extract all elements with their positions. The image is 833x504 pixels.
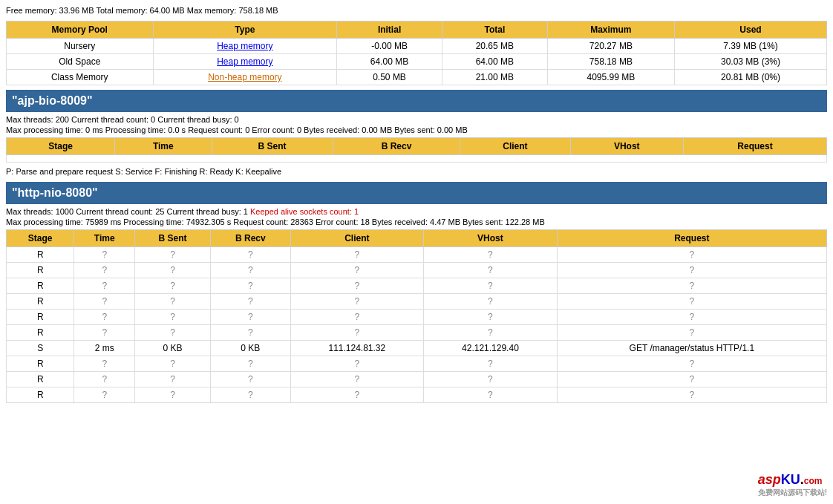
http-vhost-cell: ? bbox=[424, 356, 558, 372]
http-bsent-cell: ? bbox=[135, 356, 211, 372]
http-time-cell: ? bbox=[74, 278, 135, 294]
maximum-header: Maximum bbox=[547, 22, 674, 39]
http-bsent-cell: ? bbox=[135, 294, 211, 310]
http-stage-cell: R bbox=[7, 372, 74, 387]
http-table-row: S2 ms0 KB0 KB111.124.81.3242.121.129.40G… bbox=[7, 341, 827, 356]
ajp-brecv-header: B Recv bbox=[333, 138, 460, 155]
ajp-request-header: Request bbox=[683, 138, 826, 155]
memory-total-cell: 21.00 MB bbox=[442, 70, 547, 85]
memory-table-row: NurseryHeap memory-0.00 MB20.65 MB720.27… bbox=[7, 39, 827, 54]
type-header: Type bbox=[153, 22, 337, 39]
memory-maximum-cell: 720.27 MB bbox=[547, 39, 674, 54]
memory-type-cell[interactable]: Non-heap memory bbox=[153, 70, 337, 85]
http-info1-prefix: Max threads: 1000 Current thread count: … bbox=[6, 207, 250, 216]
memory-initial-cell: 64.00 MB bbox=[337, 54, 442, 70]
http-client-cell: ? bbox=[290, 372, 424, 387]
http-time-cell: ? bbox=[74, 247, 135, 263]
http-request-cell: ? bbox=[557, 372, 826, 387]
http-client-cell: ? bbox=[290, 325, 424, 341]
memory-maximum-cell: 4095.99 MB bbox=[547, 70, 674, 85]
memory-used-cell: 7.39 MB (1%) bbox=[674, 39, 826, 54]
http-bsent-cell: ? bbox=[135, 310, 211, 325]
http-info2: Max processing time: 75989 ms Processing… bbox=[6, 217, 827, 226]
http-time-cell: ? bbox=[74, 310, 135, 325]
http-request-cell: ? bbox=[557, 356, 826, 372]
http-time-cell: 2 ms bbox=[74, 341, 135, 356]
http-brecv-cell: ? bbox=[211, 387, 290, 403]
ajp-vhost-header: VHost bbox=[570, 138, 683, 155]
memory-type-cell[interactable]: Heap memory bbox=[153, 54, 337, 70]
http-bsent-header: B Sent bbox=[135, 230, 211, 247]
http-table-row: R?????? bbox=[7, 247, 827, 263]
http-vhost-header: VHost bbox=[424, 230, 558, 247]
http-client-cell: ? bbox=[290, 356, 424, 372]
memory-pool-cell: Old Space bbox=[7, 54, 154, 70]
ajp-time-header: Time bbox=[115, 138, 212, 155]
http-bsent-cell: ? bbox=[135, 263, 211, 278]
http-client-cell: 111.124.81.32 bbox=[290, 341, 424, 356]
initial-header: Initial bbox=[337, 22, 442, 39]
http-request-cell: ? bbox=[557, 278, 826, 294]
total-header: Total bbox=[442, 22, 547, 39]
http-client-cell: ? bbox=[290, 294, 424, 310]
http-time-cell: ? bbox=[74, 294, 135, 310]
http-request-cell: ? bbox=[557, 263, 826, 278]
http-client-cell: ? bbox=[290, 263, 424, 278]
http-time-cell: ? bbox=[74, 372, 135, 387]
http-stage-cell: R bbox=[7, 294, 74, 310]
http-stage-cell: R bbox=[7, 356, 74, 372]
http-bsent-cell: 0 KB bbox=[135, 341, 211, 356]
ajp-bsent-header: B Sent bbox=[212, 138, 333, 155]
used-header: Used bbox=[674, 22, 826, 39]
http-bsent-cell: ? bbox=[135, 278, 211, 294]
memory-pool-header: Memory Pool bbox=[7, 22, 154, 39]
http-vhost-cell: ? bbox=[424, 278, 558, 294]
http-section-header: "http-nio-8080" bbox=[6, 182, 827, 204]
http-stage-cell: R bbox=[7, 325, 74, 341]
memory-total-cell: 64.00 MB bbox=[442, 54, 547, 70]
http-info-block: Max threads: 1000 Current thread count: … bbox=[6, 207, 827, 226]
memory-type-cell[interactable]: Heap memory bbox=[153, 39, 337, 54]
http-bsent-cell: ? bbox=[135, 325, 211, 341]
http-brecv-cell: 0 KB bbox=[211, 341, 290, 356]
http-brecv-cell: ? bbox=[211, 263, 290, 278]
http-stage-cell: R bbox=[7, 310, 74, 325]
http-request-header: Request bbox=[557, 230, 826, 247]
http-time-cell: ? bbox=[74, 263, 135, 278]
http-table-row: R?????? bbox=[7, 325, 827, 341]
ajp-legend: P: Parse and prepare request S: Service … bbox=[6, 167, 827, 176]
http-client-header: Client bbox=[290, 230, 424, 247]
ajp-section-header: "ajp-bio-8009" bbox=[6, 90, 827, 112]
http-time-cell: ? bbox=[74, 325, 135, 341]
http-table-row: R?????? bbox=[7, 372, 827, 387]
http-stage-cell: R bbox=[7, 387, 74, 403]
memory-pool-cell: Nursery bbox=[7, 39, 154, 54]
http-bsent-cell: ? bbox=[135, 387, 211, 403]
http-brecv-cell: ? bbox=[211, 356, 290, 372]
http-stage-cell: R bbox=[7, 278, 74, 294]
http-vhost-cell: ? bbox=[424, 247, 558, 263]
http-client-cell: ? bbox=[290, 310, 424, 325]
http-brecv-cell: ? bbox=[211, 247, 290, 263]
http-table-row: R?????? bbox=[7, 310, 827, 325]
http-table-row: R?????? bbox=[7, 294, 827, 310]
http-vhost-cell: 42.121.129.40 bbox=[424, 341, 558, 356]
http-table-row: R?????? bbox=[7, 356, 827, 372]
ajp-stage-header: Stage bbox=[7, 138, 115, 155]
http-request-cell: GET /manager/status HTTP/1.1 bbox=[557, 341, 826, 356]
http-brecv-header: B Recv bbox=[211, 230, 290, 247]
memory-used-cell: 30.03 MB (3%) bbox=[674, 54, 826, 70]
http-client-cell: ? bbox=[290, 278, 424, 294]
http-brecv-cell: ? bbox=[211, 310, 290, 325]
http-brecv-cell: ? bbox=[211, 372, 290, 387]
memory-maximum-cell: 758.18 MB bbox=[547, 54, 674, 70]
http-stage-header: Stage bbox=[7, 230, 74, 247]
http-request-cell: ? bbox=[557, 247, 826, 263]
memory-used-cell: 20.81 MB (0%) bbox=[674, 70, 826, 85]
ajp-info-block: Max threads: 200 Current thread count: 0… bbox=[6, 115, 827, 134]
http-client-cell: ? bbox=[290, 247, 424, 263]
http-time-cell: ? bbox=[74, 387, 135, 403]
memory-total-cell: 20.65 MB bbox=[442, 39, 547, 54]
memory-initial-cell: -0.00 MB bbox=[337, 39, 442, 54]
ajp-empty-row bbox=[7, 155, 827, 163]
